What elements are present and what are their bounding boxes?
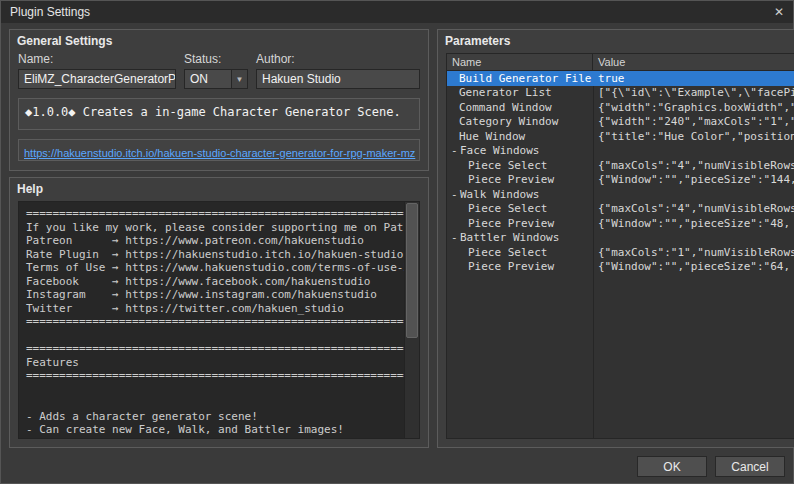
- param-value: {"Window":"","pieceSize":"64, 64: [593, 260, 794, 273]
- status-field-group: Status: ON ▼: [184, 52, 248, 89]
- param-name: Piece Preview: [468, 217, 554, 230]
- close-button[interactable]: ✕: [774, 6, 784, 18]
- param-value: {"maxCols":"1","numVisibleRows":: [593, 246, 794, 259]
- help-textarea: ========================================…: [18, 201, 420, 439]
- param-row-hue-window[interactable]: Hue Window {"title":"Hue Color","positio…: [447, 129, 794, 144]
- param-row-walk-piece-select[interactable]: Piece Select {"maxCols":"4","numVisibleR…: [447, 202, 794, 217]
- param-value: ["{\"id\":\"Example\",\"facePiec: [593, 86, 794, 99]
- name-label: Name:: [18, 52, 176, 66]
- content-area: General Settings Name: EliMZ_CharacterGe…: [9, 29, 785, 448]
- param-name: Piece Select: [468, 202, 547, 215]
- param-row-battler-piece-preview[interactable]: Piece Preview {"Window":"","pieceSize":"…: [447, 260, 794, 275]
- param-name: Piece Select: [468, 246, 547, 259]
- ok-button[interactable]: OK: [637, 456, 707, 477]
- param-name: Category Window: [459, 115, 558, 128]
- cancel-button[interactable]: Cancel: [715, 456, 785, 477]
- right-column: Parameters Name Value Build Generator Fi…: [437, 29, 794, 448]
- table-body: Build Generator File true Generator List…: [447, 71, 794, 438]
- collapse-icon[interactable]: -: [451, 144, 460, 157]
- table-header: Name Value: [447, 54, 794, 71]
- status-label: Status:: [184, 52, 248, 66]
- chevron-down-icon[interactable]: ▼: [231, 70, 247, 88]
- general-settings-title: General Settings: [10, 30, 428, 50]
- param-row-battler-piece-select[interactable]: Piece Select {"maxCols":"1","numVisibleR…: [447, 245, 794, 260]
- plugin-link[interactable]: https://hakuenstudio.itch.io/hakuen-stud…: [24, 147, 415, 159]
- param-value: {"maxCols":"4","numVisibleRows":: [593, 159, 794, 172]
- param-name: Generator List: [459, 86, 552, 99]
- dialog-footer: OK Cancel: [9, 456, 785, 477]
- param-value: {"Window":"","pieceSize":"48, 48: [593, 217, 794, 230]
- param-row-build-generator-file[interactable]: Build Generator File true: [447, 71, 794, 86]
- author-field-group: Author: Hakuen Studio: [256, 52, 420, 89]
- dialog-body: General Settings Name: EliMZ_CharacterGe…: [1, 23, 793, 483]
- column-header-value: Value: [593, 54, 794, 70]
- parameters-group: Parameters Name Value Build Generator Fi…: [437, 29, 794, 448]
- plugin-link-box: https://hakuenstudio.itch.io/hakuen-stud…: [18, 139, 420, 161]
- param-group-battler-windows[interactable]: - Battler Windows: [447, 231, 794, 246]
- status-value: ON: [185, 70, 231, 88]
- param-row-face-piece-select[interactable]: Piece Select {"maxCols":"4","numVisibleR…: [447, 158, 794, 173]
- plugin-settings-dialog: Plugin Settings ✕ General Settings Name:…: [0, 0, 794, 484]
- general-settings-group: General Settings Name: EliMZ_CharacterGe…: [9, 29, 429, 171]
- scrollbar-thumb[interactable]: [406, 203, 418, 338]
- status-dropdown[interactable]: ON ▼: [184, 69, 248, 89]
- param-group-walk-windows[interactable]: - Walk Windows: [447, 187, 794, 202]
- param-row-generator-list[interactable]: Generator List ["{\"id\":\"Example\",\"f…: [447, 86, 794, 101]
- close-icon: ✕: [774, 5, 784, 19]
- param-name: Command Window: [459, 101, 552, 114]
- param-name: Piece Preview: [468, 173, 554, 186]
- help-scrollbar[interactable]: [404, 202, 419, 438]
- collapse-icon[interactable]: -: [451, 231, 460, 244]
- param-row-face-piece-preview[interactable]: Piece Preview {"Window":"","pieceSize":"…: [447, 173, 794, 188]
- param-group-name: Battler Windows: [460, 231, 559, 244]
- collapse-icon[interactable]: -: [451, 188, 460, 201]
- param-name: Build Generator File: [459, 72, 591, 85]
- titlebar: Plugin Settings ✕: [1, 1, 793, 23]
- param-value: {"width":"Graphics.boxWidth","ma: [593, 101, 794, 114]
- param-value: true: [593, 72, 794, 85]
- parameters-table: Name Value Build Generator File true Gen…: [446, 53, 794, 439]
- left-column: General Settings Name: EliMZ_CharacterGe…: [9, 29, 429, 448]
- parameters-title: Parameters: [438, 30, 794, 50]
- param-row-walk-piece-preview[interactable]: Piece Preview {"Window":"","pieceSize":"…: [447, 216, 794, 231]
- name-input[interactable]: EliMZ_CharacterGeneratorPro…: [18, 69, 176, 89]
- param-name: Piece Preview: [468, 260, 554, 273]
- param-name: Hue Window: [459, 130, 525, 143]
- name-field-group: Name: EliMZ_CharacterGeneratorPro…: [18, 52, 176, 89]
- window-title: Plugin Settings: [10, 5, 774, 19]
- help-text: ========================================…: [19, 202, 404, 438]
- help-title: Help: [10, 178, 428, 198]
- param-value: {"width":"240","maxCols":"1","nu: [593, 115, 794, 128]
- param-group-name: Walk Windows: [460, 188, 539, 201]
- param-row-command-window[interactable]: Command Window {"width":"Graphics.boxWid…: [447, 100, 794, 115]
- param-value: {"title":"Hue Color","position":: [593, 130, 794, 143]
- author-input[interactable]: Hakuen Studio: [256, 69, 420, 89]
- author-label: Author:: [256, 52, 420, 66]
- fields-row: Name: EliMZ_CharacterGeneratorPro… Statu…: [18, 52, 420, 89]
- help-group: Help ===================================…: [9, 177, 429, 448]
- param-group-name: Face Windows: [460, 144, 539, 157]
- column-header-name: Name: [447, 54, 593, 70]
- param-value: {"maxCols":"4","numVisibleRows":: [593, 202, 794, 215]
- param-group-face-windows[interactable]: - Face Windows: [447, 144, 794, 159]
- param-name: Piece Select: [468, 159, 547, 172]
- param-row-category-window[interactable]: Category Window {"width":"240","maxCols"…: [447, 115, 794, 130]
- plugin-description: ◆1.0.0◆ Creates a in-game Character Gene…: [18, 98, 420, 130]
- param-value: {"Window":"","pieceSize":"144, 1: [593, 173, 794, 186]
- general-settings-content: Name: EliMZ_CharacterGeneratorPro… Statu…: [10, 50, 428, 170]
